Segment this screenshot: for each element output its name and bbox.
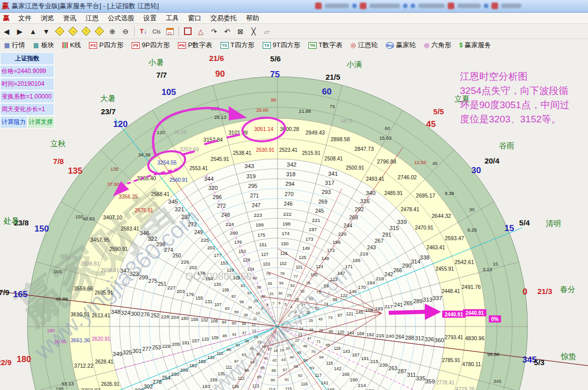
- forward-icon[interactable]: ▶: [13, 25, 26, 38]
- diamond-down-icon[interactable]: ↓: [92, 25, 106, 38]
- svg-text:2949.43: 2949.43: [305, 129, 325, 136]
- menu-item-5[interactable]: 公式选股: [103, 14, 139, 23]
- svg-text:惊蛰: 惊蛰: [561, 352, 576, 361]
- svg-text:278: 278: [153, 379, 162, 385]
- svg-text:114: 114: [268, 387, 275, 390]
- svg-text:176: 176: [234, 240, 242, 245]
- svg-text:321: 321: [175, 206, 184, 212]
- menu-item-4[interactable]: 江恩: [81, 14, 103, 23]
- back-icon[interactable]: ◀: [0, 25, 13, 38]
- module-button-TN[interactable]: TNT数字表: [304, 40, 347, 51]
- svg-text:225: 225: [201, 237, 209, 243]
- svg-text:0: 0: [522, 287, 527, 297]
- svg-text:248: 248: [221, 212, 230, 218]
- svg-text:2542.61: 2542.61: [455, 259, 474, 265]
- t-updown-icon[interactable]: T↓: [137, 25, 150, 38]
- svg-text:清明: 清明: [546, 219, 561, 228]
- eraser-icon[interactable]: ▱: [260, 25, 273, 38]
- module-button-PS[interactable]: PSP四方形: [85, 40, 128, 51]
- svg-text:317: 317: [325, 180, 334, 186]
- down-icon[interactable]: ▼: [40, 25, 53, 38]
- svg-text:336: 336: [425, 336, 435, 342]
- svg-text:3457.95: 3457.95: [90, 237, 109, 243]
- svg-text:52: 52: [300, 289, 305, 294]
- svg-text:202: 202: [189, 265, 197, 270]
- svg-text:43: 43: [281, 358, 285, 362]
- menu-item-3[interactable]: 资讯: [58, 14, 81, 23]
- menu-item-7[interactable]: 工具: [161, 14, 183, 23]
- module-button-target[interactable]: ◎江恩轮: [347, 40, 382, 51]
- svg-text:154: 154: [205, 276, 213, 281]
- svg-text:32: 32: [261, 294, 265, 299]
- rotate-cw-icon[interactable]: ↷: [207, 25, 221, 38]
- box-x-icon[interactable]: ⊠: [234, 25, 247, 38]
- cls-icon[interactable]: Cls: [150, 25, 163, 38]
- menu-item-9[interactable]: 交易委托: [206, 14, 241, 23]
- zoom-out-icon[interactable]: ⊖: [119, 25, 132, 38]
- red-square-icon[interactable]: [181, 25, 194, 38]
- svg-text:106: 106: [222, 287, 229, 292]
- module-button-grid[interactable]: ▦行情: [0, 40, 29, 51]
- svg-text:46: 46: [303, 344, 307, 348]
- menu-item-6[interactable]: 设置: [139, 14, 161, 23]
- svg-text:40.63: 40.63: [83, 216, 95, 221]
- svg-text:108: 108: [211, 318, 218, 323]
- svg-text:347: 347: [120, 268, 130, 274]
- svg-text:345: 345: [168, 199, 178, 205]
- calc-resistance-button[interactable]: 计算阻力: [0, 116, 27, 128]
- svg-text:125: 125: [299, 255, 306, 260]
- svg-text:360: 360: [435, 337, 444, 343]
- svg-text:291: 291: [382, 232, 391, 238]
- svg-text:13: 13: [252, 329, 256, 333]
- instrument-info-panel: 上证指数 价格=2440.9099 时间=20190104 变换系数=1.000…: [0, 52, 54, 128]
- calendar-icon[interactable]: 21: [163, 25, 176, 38]
- svg-text:3407.10: 3407.10: [103, 214, 122, 220]
- svg-text:271: 271: [250, 192, 259, 199]
- svg-text:146: 146: [349, 289, 357, 294]
- svg-text:219: 219: [360, 251, 368, 256]
- svg-text:34.38: 34.38: [138, 152, 150, 157]
- module-button-P9[interactable]: P99P四方形: [128, 40, 174, 51]
- rotate-ccw-icon[interactable]: ↶: [221, 25, 234, 38]
- svg-text:3661.36: 3661.36: [71, 337, 90, 343]
- module-button-big[interactable]: Big赢家轮: [382, 40, 420, 51]
- module-button-kline[interactable]: K线: [58, 40, 85, 51]
- module-button-TS[interactable]: TST四方形: [216, 40, 259, 51]
- diamond-left-icon[interactable]: ←: [53, 25, 66, 38]
- svg-text:30: 30: [469, 207, 475, 212]
- zoom-in-icon[interactable]: ⊕: [106, 25, 119, 38]
- svg-text:20: 20: [286, 346, 290, 351]
- module-button-T9[interactable]: T99T四方形: [259, 40, 304, 51]
- svg-text:218: 218: [376, 276, 384, 281]
- svg-text:147: 147: [337, 271, 345, 276]
- svg-text:122: 122: [341, 293, 348, 298]
- diamond-right-icon[interactable]: →: [66, 25, 79, 38]
- svg-text:49: 49: [318, 317, 323, 321]
- svg-text:359: 359: [425, 378, 435, 384]
- svg-text:50.00: 50.00: [54, 339, 67, 344]
- menu-item-1[interactable]: 文件: [14, 14, 36, 23]
- module-button-hex[interactable]: ◎六角形: [420, 40, 455, 51]
- svg-text:135: 135: [218, 371, 225, 376]
- calc-support-button[interactable]: 计算支撑: [27, 116, 55, 128]
- svg-text:40: 40: [256, 352, 260, 356]
- svg-text:51: 51: [308, 297, 313, 301]
- up-icon[interactable]: ▲: [26, 25, 40, 38]
- menu-item-8[interactable]: 窗口: [183, 14, 206, 23]
- svg-text:220: 220: [338, 231, 347, 237]
- module-button-dollar[interactable]: $赢家服务: [455, 40, 496, 51]
- svg-text:157: 157: [192, 338, 199, 343]
- module-button-PN[interactable]: PNP数字表: [174, 40, 216, 51]
- svg-text:344: 344: [204, 176, 213, 182]
- gann-wheel-chart: 赢家财富www.yingjia360.comwww.yingjia360.com…: [0, 51, 588, 390]
- svg-text:67: 67: [283, 368, 288, 372]
- module-button-blocks[interactable]: ▩板块: [29, 40, 58, 51]
- diamond-up-icon[interactable]: ↑: [79, 25, 92, 38]
- svg-text:5/6: 5/6: [270, 54, 281, 63]
- svg-text:182: 182: [189, 363, 197, 368]
- red-triangle-icon[interactable]: △: [194, 25, 207, 38]
- menu-item-10[interactable]: 帮助: [241, 14, 264, 23]
- menu-item-2[interactable]: 浏览: [36, 14, 58, 23]
- center-cross-icon[interactable]: ╳: [247, 25, 260, 38]
- svg-text:335: 335: [416, 375, 426, 381]
